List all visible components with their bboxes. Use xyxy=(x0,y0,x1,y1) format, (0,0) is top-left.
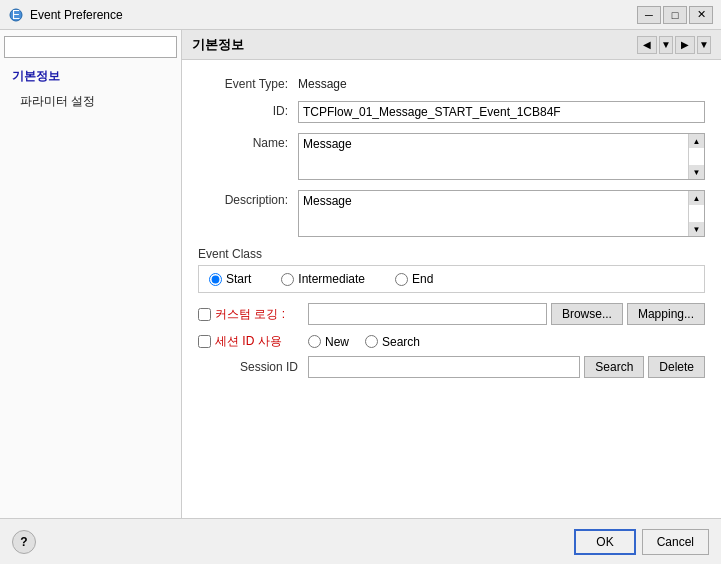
minimize-button[interactable]: ─ xyxy=(637,6,661,24)
session-search-label: Search xyxy=(382,335,420,349)
id-input[interactable] xyxy=(298,101,705,123)
content-header: 기본정보 ◀ ▼ ▶ ▼ xyxy=(182,30,721,60)
maximize-button[interactable]: □ xyxy=(663,6,687,24)
content-header-title: 기본정보 xyxy=(192,36,244,54)
description-textarea[interactable]: Message xyxy=(299,191,704,233)
name-textarea[interactable]: Message xyxy=(299,134,704,176)
description-scrollbar: ▲ ▼ xyxy=(688,191,704,236)
session-use-checkbox[interactable] xyxy=(198,335,211,348)
radio-intermediate[interactable]: Intermediate xyxy=(281,272,365,286)
event-type-value: Message xyxy=(298,74,347,91)
event-class-label: Event Class xyxy=(198,247,705,261)
session-use-label[interactable]: 세션 ID 사용 xyxy=(198,333,308,350)
session-delete-button[interactable]: Delete xyxy=(648,356,705,378)
radio-start-label: Start xyxy=(226,272,251,286)
main-layout: 기본정보 파라미터 설정 기본정보 ◀ ▼ ▶ ▼ Event Type: Me… xyxy=(0,30,721,518)
description-label: Description: xyxy=(198,190,298,207)
radio-start-input[interactable] xyxy=(209,273,222,286)
name-textarea-wrap: Message ▲ ▼ xyxy=(298,133,705,180)
session-id-label: Session ID xyxy=(198,360,308,374)
session-new-radio-input[interactable] xyxy=(308,335,321,348)
event-class-row: Start Intermediate End xyxy=(198,265,705,293)
browse-button[interactable]: Browse... xyxy=(551,303,623,325)
radio-intermediate-input[interactable] xyxy=(281,273,294,286)
id-label: ID: xyxy=(198,101,298,118)
session-search-button[interactable]: Search xyxy=(584,356,644,378)
window-title: Event Preference xyxy=(30,8,123,22)
session-new-label: New xyxy=(325,335,349,349)
session-use-text: 세션 ID 사용 xyxy=(215,333,282,350)
name-row: Name: Message ▲ ▼ xyxy=(198,133,705,180)
event-type-label: Event Type: xyxy=(198,74,298,91)
custom-log-row: 커스텀 로깅 : Browse... Mapping... xyxy=(198,303,705,325)
radio-intermediate-label: Intermediate xyxy=(298,272,365,286)
event-type-row: Event Type: Message xyxy=(198,74,705,91)
sidebar-item-basic-info[interactable]: 기본정보 xyxy=(4,64,177,89)
nav-forward-dropdown-button[interactable]: ▼ xyxy=(697,36,711,54)
custom-log-checkbox-label[interactable]: 커스텀 로깅 : xyxy=(198,306,308,323)
ok-button[interactable]: OK xyxy=(574,529,635,555)
nav-back-button[interactable]: ◀ xyxy=(637,36,657,54)
title-bar: E Event Preference ─ □ ✕ xyxy=(0,0,721,30)
close-button[interactable]: ✕ xyxy=(689,6,713,24)
nav-forward-button[interactable]: ▶ xyxy=(675,36,695,54)
radio-end-label: End xyxy=(412,272,433,286)
sidebar-item-param-settings[interactable]: 파라미터 설정 xyxy=(4,89,177,114)
name-scroll-up[interactable]: ▲ xyxy=(689,134,704,148)
description-scroll-up[interactable]: ▲ xyxy=(689,191,704,205)
session-use-row: 세션 ID 사용 New Search xyxy=(198,333,705,350)
session-id-input[interactable] xyxy=(308,356,580,378)
id-row: ID: xyxy=(198,101,705,123)
custom-log-checkbox[interactable] xyxy=(198,308,211,321)
session-radios: New Search xyxy=(308,335,420,349)
sidebar-search-input[interactable] xyxy=(4,36,177,58)
mapping-button[interactable]: Mapping... xyxy=(627,303,705,325)
description-textarea-wrap: Message ▲ ▼ xyxy=(298,190,705,237)
name-scrollbar: ▲ ▼ xyxy=(688,134,704,179)
content-area: 기본정보 ◀ ▼ ▶ ▼ Event Type: Message ID: Nam… xyxy=(182,30,721,518)
description-row: Description: Message ▲ ▼ xyxy=(198,190,705,237)
name-label: Name: xyxy=(198,133,298,150)
help-button[interactable]: ? xyxy=(12,530,36,554)
name-scroll-down[interactable]: ▼ xyxy=(689,165,704,179)
description-scroll-down[interactable]: ▼ xyxy=(689,222,704,236)
custom-log-label: 커스텀 로깅 : xyxy=(215,306,285,323)
session-new-radio[interactable]: New xyxy=(308,335,349,349)
session-search-radio[interactable]: Search xyxy=(365,335,420,349)
session-id-row: Session ID Search Delete xyxy=(198,356,705,378)
session-search-radio-input[interactable] xyxy=(365,335,378,348)
radio-start[interactable]: Start xyxy=(209,272,251,286)
sidebar: 기본정보 파라미터 설정 xyxy=(0,30,182,518)
custom-log-input[interactable] xyxy=(308,303,547,325)
nav-back-dropdown-button[interactable]: ▼ xyxy=(659,36,673,54)
footer: ? OK Cancel xyxy=(0,518,721,564)
cancel-button[interactable]: Cancel xyxy=(642,529,709,555)
radio-end[interactable]: End xyxy=(395,272,433,286)
radio-end-input[interactable] xyxy=(395,273,408,286)
event-class-section: Event Class Start Intermediate End xyxy=(198,247,705,293)
svg-text:E: E xyxy=(12,8,20,22)
content-body: Event Type: Message ID: Name: Message ▲ … xyxy=(182,60,721,518)
app-icon: E xyxy=(8,7,24,23)
